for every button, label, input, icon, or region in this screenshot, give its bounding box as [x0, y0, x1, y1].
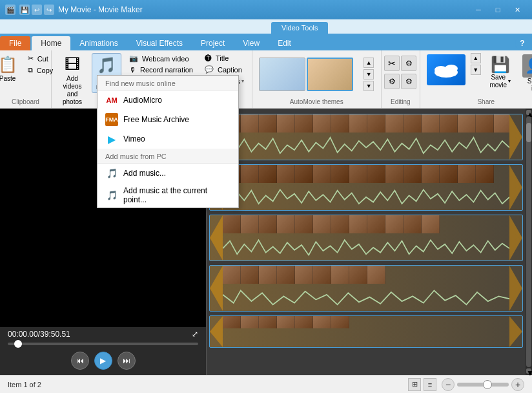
- expand-button[interactable]: ⤢: [192, 330, 198, 339]
- scrollbar-up[interactable]: ▲: [526, 110, 531, 115]
- save-icon[interactable]: 💾: [19, 5, 30, 15]
- tab-view[interactable]: View: [234, 36, 269, 50]
- seek-thumb[interactable]: [14, 340, 22, 348]
- track-arrow-left-5: [210, 316, 223, 347]
- editing-btn-3[interactable]: ⚙: [384, 74, 400, 89]
- timeline-track-1[interactable]: [209, 114, 523, 160]
- tab-project[interactable]: Project: [192, 36, 234, 50]
- play-button[interactable]: ▶: [94, 352, 112, 370]
- seek-track[interactable]: [8, 343, 198, 345]
- caption-button[interactable]: 💬 Caption: [201, 64, 248, 75]
- timeline-scrollbar[interactable]: ▲ ▼: [526, 109, 532, 375]
- waveform-1: [223, 135, 509, 160]
- clipboard-group: 📋 Paste ✂ Cut ⧉ Copy Clipboard: [0, 50, 52, 108]
- themes-up-arrow[interactable]: ▲: [363, 58, 374, 68]
- seek-bar[interactable]: [0, 341, 206, 346]
- tab-edit[interactable]: Edit: [269, 36, 300, 50]
- frame: [476, 165, 494, 183]
- timeline-area[interactable]: [207, 109, 526, 375]
- close-button[interactable]: ✕: [507, 3, 527, 16]
- frame: [313, 316, 331, 328]
- frame: [404, 165, 422, 183]
- editing-buttons-2: ⚙ ⚙: [384, 74, 416, 89]
- editing-content: ✂ ⚙ ⚙ ⚙: [384, 53, 416, 96]
- zoom-thumb[interactable]: [483, 380, 492, 389]
- fma-icon: FMA: [105, 113, 118, 126]
- vimeo-item[interactable]: ▶ Vimeo: [97, 129, 238, 149]
- scrollbar-thumb[interactable]: [526, 123, 531, 142]
- status-icon-2[interactable]: ≡: [424, 378, 436, 391]
- paste-button[interactable]: 📋 Paste: [0, 53, 21, 85]
- frame: [259, 114, 277, 133]
- onedrive-area: [424, 53, 468, 87]
- onedrive-icon[interactable]: [427, 54, 466, 85]
- status-icon-1[interactable]: ⊞: [408, 378, 421, 391]
- editing-btn-2[interactable]: ⚙: [401, 56, 416, 71]
- frame: [422, 114, 440, 133]
- share-scroll-up[interactable]: ▲: [471, 53, 481, 63]
- scrollbar-track[interactable]: [526, 116, 531, 367]
- frame: [385, 165, 404, 183]
- timeline-track-3[interactable]: [209, 215, 523, 261]
- add-music-current-item[interactable]: 🎵 Add music at the current point...: [97, 183, 238, 207]
- next-frame-button[interactable]: ⏭: [118, 352, 136, 370]
- free-music-archive-item[interactable]: FMA Free Music Archive: [97, 110, 238, 129]
- editing-group: ✂ ⚙ ⚙ ⚙ Editing: [382, 50, 420, 108]
- zoom-out-button[interactable]: −: [442, 378, 455, 391]
- theme-item-2[interactable]: [307, 58, 353, 91]
- sign-in-button[interactable]: 👤 Signin: [520, 53, 532, 93]
- video-tools-tab[interactable]: Video Tools: [271, 22, 328, 34]
- zoom-in-button[interactable]: +: [511, 378, 524, 391]
- editing-btn-4[interactable]: ⚙: [401, 74, 416, 89]
- frame: [331, 316, 349, 328]
- timeline-track-4[interactable]: [209, 265, 523, 312]
- caption-label: Caption: [218, 66, 242, 74]
- help-button[interactable]: ?: [515, 36, 529, 50]
- themes-more-arrow[interactable]: ▼: [363, 81, 374, 91]
- zoom-slider[interactable]: [457, 383, 509, 387]
- save-movie-button[interactable]: 💾 Savemovie ▾: [484, 53, 517, 92]
- tab-animations[interactable]: Animations: [70, 36, 127, 50]
- frame: [277, 266, 295, 284]
- editing-btn-1[interactable]: ✂: [384, 56, 400, 71]
- webcam-video-button[interactable]: 📷 Webcam video: [125, 53, 197, 64]
- audiomicro-item[interactable]: AM AudioMicro: [97, 90, 238, 110]
- save-movie-icon: 💾: [491, 56, 510, 74]
- themes-down-arrow[interactable]: ▼: [363, 69, 374, 80]
- add-videos-button[interactable]: 🎞 Add videosand photos: [56, 53, 89, 107]
- caption-icon: 💬: [205, 65, 214, 74]
- save-movie-label: Savemovie ▾: [489, 74, 511, 89]
- tab-home[interactable]: Home: [32, 36, 70, 50]
- undo-icon[interactable]: ↩: [32, 5, 42, 15]
- add-from-pc-header: Add music from PC: [97, 149, 238, 164]
- waveform-svg-1: [223, 135, 509, 160]
- rewind-button[interactable]: ⏮: [71, 352, 89, 370]
- record-narration-button[interactable]: 🎙 Record narration: [125, 65, 197, 75]
- window-title: My Movie - Movie Maker: [58, 5, 143, 14]
- frame: [440, 114, 458, 133]
- frame: [349, 266, 367, 284]
- minimize-button[interactable]: ─: [469, 3, 488, 16]
- maximize-button[interactable]: □: [488, 3, 507, 16]
- tab-visual-effects[interactable]: Visual Effects: [127, 36, 192, 50]
- filmstrip-4: [223, 266, 509, 284]
- frame: [494, 114, 509, 133]
- frame: [223, 316, 241, 328]
- frame: [313, 114, 331, 133]
- themes-group: ▲ ▼ ▼ AutoMovie themes: [252, 50, 382, 108]
- narration-label: Record narration: [140, 66, 193, 74]
- add-music-current-label: Add music at the current point...: [123, 186, 230, 204]
- redo-icon[interactable]: ↪: [44, 5, 54, 15]
- timeline-track-2[interactable]: [209, 164, 523, 211]
- frame: [331, 266, 349, 284]
- title-label: Title: [216, 54, 229, 62]
- title-button[interactable]: 🅣 Title: [201, 53, 248, 63]
- paste-label: Paste: [0, 75, 15, 82]
- share-scroll-down[interactable]: ▼: [471, 65, 481, 75]
- tab-file[interactable]: File: [0, 36, 30, 50]
- timeline-track-5[interactable]: [209, 315, 523, 348]
- add-music-item[interactable]: 🎵 Add music...: [97, 164, 238, 183]
- scrollbar-down[interactable]: ▼: [526, 368, 531, 374]
- filmstrip-5: [223, 316, 509, 328]
- theme-item-1[interactable]: [259, 58, 305, 91]
